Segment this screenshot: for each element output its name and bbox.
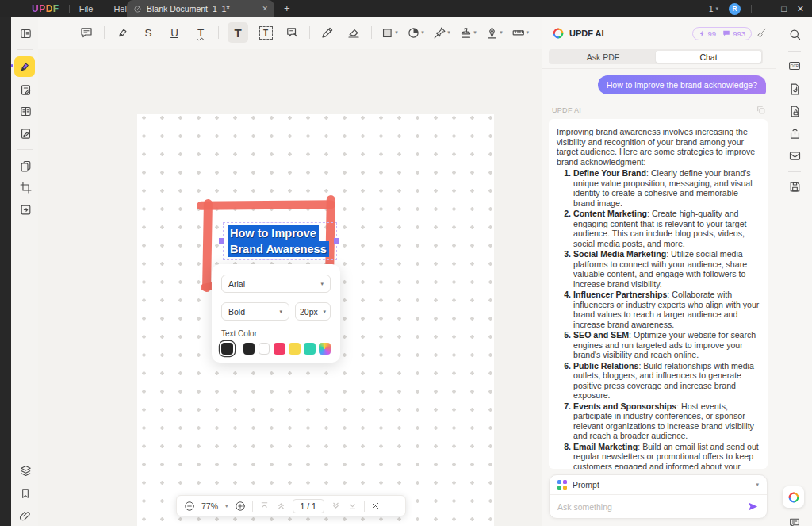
ask-input[interactable] xyxy=(557,502,747,512)
close-button[interactable]: ✕ xyxy=(797,4,804,14)
font-family-select[interactable]: Arial ▾ xyxy=(221,275,331,293)
swatch-black-selected[interactable] xyxy=(221,343,233,355)
squiggly-underline-icon[interactable]: T xyxy=(192,24,209,41)
underline-icon[interactable]: U xyxy=(166,24,183,41)
tab-ask-pdf[interactable]: Ask PDF xyxy=(550,51,656,63)
document-tab[interactable]: Blank Document_1_1* ✕ xyxy=(127,0,274,17)
item-title: Content Marketing xyxy=(573,209,647,218)
pin-icon[interactable]: ▾ xyxy=(433,24,450,41)
tab-close-icon[interactable]: ✕ xyxy=(262,5,268,13)
divider xyxy=(239,344,239,355)
updf-ai-logo-icon xyxy=(552,27,565,40)
response-item: 3.Social Media Marketing: Utilize social… xyxy=(557,249,760,289)
last-page-icon[interactable] xyxy=(347,501,358,511)
response-item: 5.SEO and SEM: Optimize your website for… xyxy=(557,330,760,360)
convert-icon[interactable] xyxy=(787,81,802,97)
ai-panel: UPDF AI 99 993 Ask PDF Chat How to impro… xyxy=(542,17,776,526)
divider xyxy=(788,51,801,52)
first-page-icon[interactable] xyxy=(259,501,270,511)
ai-tabs: Ask PDF Chat xyxy=(549,49,763,64)
item-title: Public Relations xyxy=(573,361,638,371)
bookmark-icon[interactable] xyxy=(17,486,33,501)
eraser-icon[interactable] xyxy=(345,24,362,41)
fill-sign-icon[interactable] xyxy=(17,125,33,141)
chat-bubble-icon xyxy=(722,29,730,37)
crayon-annotation-top[interactable] xyxy=(197,200,335,210)
page-indicator[interactable]: 1 / 1 xyxy=(293,499,324,513)
swatch-white[interactable] xyxy=(259,343,270,355)
new-tab-button[interactable]: + xyxy=(284,2,290,15)
ai-credits-badge[interactable]: 99 993 xyxy=(692,27,752,40)
copy-icon[interactable] xyxy=(756,105,766,115)
updf-ai-shortcut-icon[interactable] xyxy=(783,486,804,508)
minimize-button[interactable]: — xyxy=(762,4,771,13)
swatch-black[interactable] xyxy=(243,343,255,355)
resize-handle-right[interactable] xyxy=(334,238,339,244)
organize-pages-icon[interactable] xyxy=(17,158,33,174)
resize-handle-left[interactable] xyxy=(219,238,224,244)
crop-icon[interactable] xyxy=(17,179,33,195)
save-icon[interactable] xyxy=(787,179,802,194)
close-toolbar-icon[interactable] xyxy=(371,501,380,510)
ai-response: Improving brand awareness involves incre… xyxy=(549,119,768,469)
window-controls: 1▾ R — □ ✕ xyxy=(709,0,804,17)
shape-circle-icon[interactable]: ▾ xyxy=(407,24,424,41)
font-weight-select[interactable]: Bold ▾ xyxy=(221,302,289,321)
next-page-icon[interactable] xyxy=(331,501,341,511)
menu-file[interactable]: File xyxy=(79,4,94,13)
annotate-tool-icon[interactable] xyxy=(14,56,35,77)
highlight-icon[interactable] xyxy=(113,24,131,41)
prompt-selector[interactable]: Prompt ▾ xyxy=(550,475,767,495)
note-edit-icon[interactable] xyxy=(17,82,33,98)
mail-icon[interactable] xyxy=(787,148,802,163)
text-comment-icon[interactable]: T xyxy=(228,22,248,43)
measure-icon[interactable]: ▾ xyxy=(511,24,529,41)
selected-text-box[interactable]: How to Improve Brand Awareness xyxy=(223,222,337,260)
item-title: Influencer Partnerships xyxy=(573,290,667,299)
font-size-select[interactable]: 20px ▾ xyxy=(295,302,331,321)
zoom-toolbar: 77% ▾ 1 / 1 xyxy=(176,495,406,516)
share-icon[interactable] xyxy=(787,125,802,141)
zoom-out-icon[interactable] xyxy=(184,501,195,512)
swatch-pink[interactable] xyxy=(274,343,285,355)
svg-text:OCR: OCR xyxy=(791,64,799,68)
search-icon[interactable] xyxy=(787,26,802,42)
protect-file-icon[interactable] xyxy=(787,103,802,119)
send-icon[interactable] xyxy=(747,501,759,513)
swatch-teal[interactable] xyxy=(304,343,316,355)
previous-page-icon[interactable] xyxy=(276,501,286,511)
divider xyxy=(371,26,372,39)
feedback-comment-icon[interactable] xyxy=(787,515,802,526)
clear-chat-icon[interactable] xyxy=(756,28,768,39)
scale-dropdown[interactable]: 1▾ xyxy=(709,4,718,13)
thumbnail-panel-icon[interactable] xyxy=(17,25,33,41)
pencil-icon[interactable] xyxy=(319,24,336,41)
item-number: 6. xyxy=(557,361,571,401)
tab-document-icon xyxy=(133,5,142,13)
strikethrough-icon[interactable]: S xyxy=(140,24,157,41)
tab-chat[interactable]: Chat xyxy=(656,51,761,63)
window-left-edge xyxy=(0,0,11,526)
zoom-in-icon[interactable] xyxy=(235,501,246,512)
maximize-button[interactable]: □ xyxy=(781,4,787,13)
extract-pages-icon[interactable] xyxy=(17,202,33,217)
avatar[interactable]: R xyxy=(729,3,741,15)
layers-icon[interactable] xyxy=(17,463,33,478)
divider xyxy=(17,149,33,150)
ocr-icon[interactable]: OCR xyxy=(787,58,802,74)
chevron-down-icon: ▾ xyxy=(395,29,398,36)
chevron-down-icon[interactable]: ▾ xyxy=(225,503,228,509)
reader-view-icon[interactable] xyxy=(17,103,33,119)
swatch-multicolor[interactable] xyxy=(319,343,331,355)
signature-icon[interactable]: ▾ xyxy=(485,24,503,41)
stamp-icon[interactable]: ▾ xyxy=(459,24,477,41)
shape-square-icon[interactable]: ▾ xyxy=(381,24,398,41)
swatch-yellow[interactable] xyxy=(289,343,301,355)
note-icon[interactable] xyxy=(283,24,301,41)
comment-icon[interactable] xyxy=(78,24,95,41)
attachment-icon[interactable] xyxy=(17,509,33,524)
chevron-down-icon: ▾ xyxy=(320,281,324,287)
divider xyxy=(17,49,33,50)
zoom-level[interactable]: 77% xyxy=(201,501,218,511)
text-box-icon[interactable]: T xyxy=(257,24,274,41)
